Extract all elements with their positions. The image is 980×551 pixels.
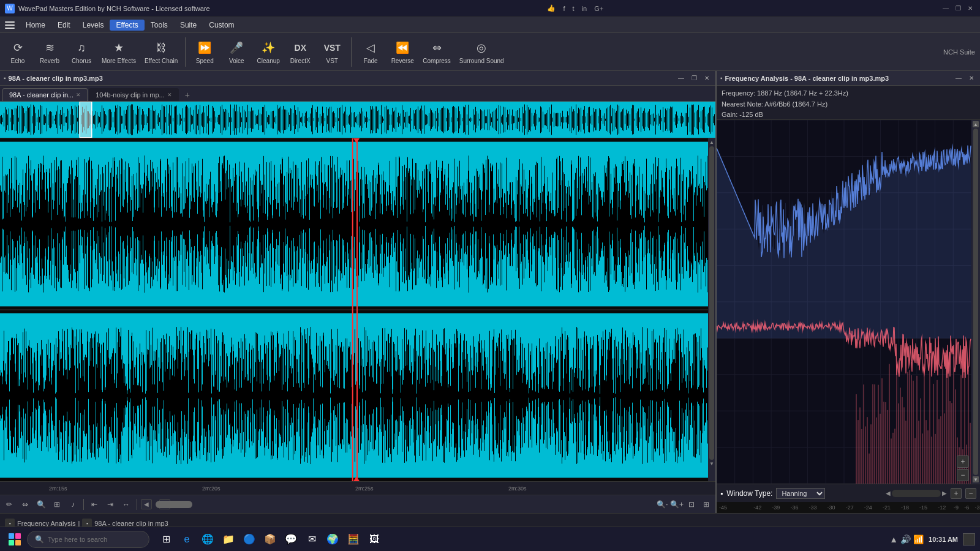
minimize-button[interactable]: — [941, 4, 951, 13]
reverse-icon: ⏪ [394, 39, 411, 56]
time-mark-4: 2m:30s [508, 485, 527, 492]
app-icon-9[interactable]: 🌍 [323, 530, 342, 549]
app-icon-8[interactable]: ✉ [303, 530, 321, 549]
scroll-up-arrow[interactable]: ▲ [709, 140, 714, 145]
tool-btn-4[interactable]: ⊞ [50, 498, 64, 511]
chorus-icon: ♫ [73, 39, 90, 56]
vertical-scrollbar[interactable]: ▲ ▼ [708, 138, 715, 468]
voice-icon: 🎤 [228, 39, 245, 56]
overview-selection[interactable] [80, 102, 92, 138]
app-icon-5[interactable]: 🔵 [240, 530, 258, 549]
menu-levels[interactable]: Levels [77, 20, 110, 31]
freq-bottom-zoom-out[interactable]: − [965, 488, 976, 499]
show-desktop-btn[interactable] [963, 533, 975, 545]
freq-bottom-zoom-in[interactable]: + [951, 488, 962, 499]
chorus-button[interactable]: ♫ Chorus [66, 35, 97, 69]
db-label-18: -18 [901, 504, 909, 511]
directx-button[interactable]: DX DirectX [285, 35, 315, 69]
freq-window-type-select[interactable]: Hanning Hamming Blackman Rectangle [776, 488, 825, 499]
menu-edit[interactable]: Edit [51, 20, 77, 31]
compress-button[interactable]: ⇔ Compress [419, 35, 454, 69]
waveform-minimize-btn[interactable]: — [676, 74, 687, 82]
waveform-titlebar: ▪ 98A - cleaner clip in mp3.mp3 — ❐ ✕ [0, 71, 715, 86]
waveform-close-btn[interactable]: ✕ [702, 74, 712, 82]
more-effects-label: More Effects [102, 58, 136, 64]
freq-nav-right[interactable]: ▶ [942, 490, 947, 497]
freq-scroll-down[interactable]: ▼ [973, 476, 979, 482]
tab-104b-close[interactable]: ✕ [167, 92, 172, 98]
tray-realtek-icon[interactable]: 🔊 [900, 534, 911, 544]
freq-horizontal-scrollbar[interactable] [892, 490, 941, 497]
freq-nav-left[interactable]: ◀ [886, 490, 891, 497]
waveform-restore-btn[interactable]: ❐ [689, 74, 699, 82]
waveform-overview[interactable] [0, 102, 715, 138]
add-tab-button[interactable]: + [180, 89, 195, 101]
scroll-down-arrow[interactable]: ▼ [709, 461, 714, 467]
zoom-out-btn[interactable]: 🔍- [655, 498, 669, 511]
scroll-thumb-vertical[interactable] [709, 146, 714, 460]
freq-close-btn[interactable]: ✕ [967, 74, 976, 82]
social-icon-3: t [570, 4, 577, 13]
surround-sound-button[interactable]: ◎ Surround Sound [456, 35, 508, 69]
tray-network-icon[interactable]: 📶 [913, 534, 924, 544]
tab-104b[interactable]: 104b-noisy clip in mp... ✕ [89, 88, 179, 101]
effect-chain-button[interactable]: ⛓ Effect Chain [141, 35, 181, 69]
align-right-btn[interactable]: ↔ [119, 498, 133, 511]
reverb-button[interactable]: ≋ Reverb [34, 35, 65, 69]
tab-98a[interactable]: 98A - cleaner clip in... ✕ [2, 88, 88, 101]
draw-tool-btn[interactable]: ✏ [2, 498, 16, 511]
zoom-fit-btn[interactable]: ⊡ [685, 498, 698, 511]
taskbar: 🔍 ⊞ e 🌐 📁 🔵 📦 💬 ✉ 🌍 🧮 🖼 ▲ 🔊 📶 10:31 AM [0, 527, 980, 551]
cleanup-button[interactable]: ✨ Cleanup [253, 35, 284, 69]
menu-effects[interactable]: Effects [110, 20, 144, 31]
system-clock[interactable]: 10:31 AM [929, 536, 958, 543]
zoom-tool-btn[interactable]: 🔍 [34, 498, 48, 511]
time-mark-1: 2m:15s [49, 485, 67, 492]
menu-suite[interactable]: Suite [174, 20, 203, 31]
maximize-button[interactable]: ❐ [953, 4, 963, 13]
hamburger-menu[interactable] [2, 18, 17, 32]
freq-minimize-btn[interactable]: — [953, 74, 964, 82]
explorer-icon[interactable]: 📁 [219, 530, 238, 549]
freq-scroll-up[interactable]: ▲ [973, 121, 979, 127]
menu-custom[interactable]: Custom [203, 20, 240, 31]
align-left-btn[interactable]: ⇤ [88, 498, 101, 511]
more-effects-button[interactable]: ★ More Effects [98, 35, 140, 69]
tool-btn-5[interactable]: ♪ [66, 498, 80, 511]
select-tool-btn[interactable]: ⇔ [18, 498, 32, 511]
scroll-thumb[interactable] [156, 501, 192, 508]
tray-up-arrow[interactable]: ▲ [889, 534, 898, 544]
echo-button[interactable]: ⟳ Echo [2, 35, 33, 69]
taskbar-search[interactable]: 🔍 [27, 531, 149, 548]
reverse-button[interactable]: ⏪ Reverse [387, 35, 418, 69]
voice-button[interactable]: 🎤 Voice [221, 35, 252, 69]
scroll-left-btn[interactable]: ◀ [141, 499, 152, 509]
fade-button[interactable]: ◁ Fade [355, 35, 386, 69]
zoom-in-btn[interactable]: 🔍+ [670, 498, 684, 511]
app-icon-10[interactable]: 🧮 [344, 530, 363, 549]
app-icon-6[interactable]: 📦 [261, 530, 279, 549]
frequency-chart[interactable]: ▲ ▼ + − [717, 120, 980, 484]
freq-scroll-thumb[interactable] [973, 129, 978, 475]
chrome-icon[interactable]: 🌐 [198, 530, 217, 549]
reverse-label: Reverse [391, 58, 414, 64]
start-button[interactable] [5, 530, 24, 549]
speed-button[interactable]: ⏩ Speed [189, 35, 220, 69]
edge-icon[interactable]: e [178, 530, 196, 549]
menu-tools[interactable]: Tools [145, 20, 174, 31]
taskbar-search-input[interactable] [48, 536, 141, 543]
zoom-select-btn[interactable]: ⊞ [699, 498, 713, 511]
waveform-main[interactable]: ▲ ▼ [0, 138, 715, 481]
close-button[interactable]: ✕ [965, 4, 975, 13]
tab-98a-close[interactable]: ✕ [76, 92, 81, 98]
menu-home[interactable]: Home [20, 20, 51, 31]
app-icon-11[interactable]: 🖼 [365, 530, 383, 549]
app-icon-7[interactable]: 💬 [282, 530, 300, 549]
freq-vertical-scrollbar[interactable]: ▲ ▼ [971, 120, 980, 484]
align-center-btn[interactable]: ⇥ [104, 498, 117, 511]
taskview-icon[interactable]: ⊞ [157, 530, 175, 549]
vst-button[interactable]: VST VST [317, 35, 347, 69]
freq-zoom-out-btn[interactable]: − [957, 469, 969, 481]
freq-frequency: Frequency: 1887 Hz (1864.7 Hz + 22.3Hz) [722, 88, 975, 99]
freq-zoom-in-btn[interactable]: + [957, 455, 969, 468]
